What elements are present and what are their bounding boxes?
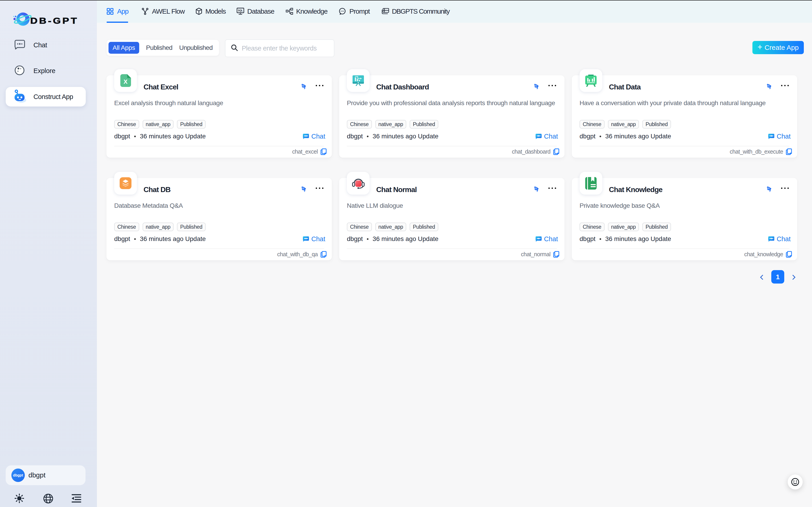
- svg-text:SQL: SQL: [238, 9, 243, 12]
- svg-text:X: X: [124, 78, 128, 85]
- svg-text:DB-GPT: DB-GPT: [30, 16, 78, 25]
